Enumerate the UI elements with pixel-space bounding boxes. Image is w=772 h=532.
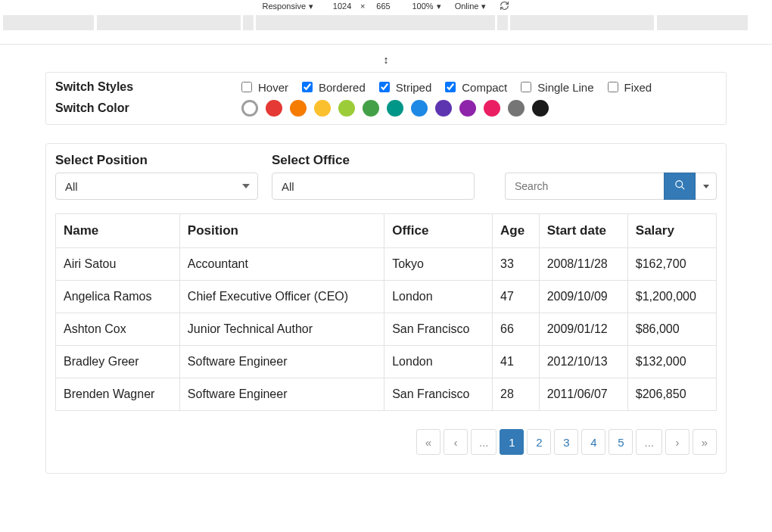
search-group (505, 173, 717, 200)
color-swatch-row (241, 100, 549, 117)
color-swatch[interactable] (532, 100, 549, 117)
chevron-down-icon (242, 184, 250, 188)
search-options-button[interactable] (696, 173, 717, 200)
style-checkbox-single-line[interactable]: Single Line (521, 81, 593, 94)
cell-office: San Francisco (384, 313, 493, 346)
checkbox-input[interactable] (521, 82, 531, 92)
viewport-height[interactable]: 665 (368, 2, 398, 11)
chevron-down-icon: ▾ (309, 2, 313, 11)
cell-office: London (384, 281, 493, 313)
network-throttle-select[interactable]: Online ▾ (455, 2, 487, 11)
page-button[interactable]: › (665, 429, 690, 455)
search-input[interactable] (505, 173, 664, 200)
table-row: Airi SatouAccountantTokyo332008/11/28$16… (56, 248, 717, 281)
styles-panel: Switch Styles HoverBorderedStripedCompac… (45, 72, 727, 125)
cell-position: Accountant (179, 248, 384, 281)
devtools-device-bar: Responsive ▾ 1024 × 665 100% ▾ Online ▾ (0, 0, 772, 11)
style-checkbox-hover[interactable]: Hover (241, 81, 288, 94)
resize-vertical-icon: ↕ (384, 54, 389, 66)
cell-position: Software Engineer (179, 346, 384, 378)
select-position-label: Select Position (55, 153, 258, 168)
checkbox-input[interactable] (379, 82, 390, 92)
select-office-value: All (282, 180, 294, 193)
select-office[interactable]: All (272, 173, 475, 200)
style-checkbox-striped[interactable]: Striped (379, 81, 432, 94)
checkbox-label: Hover (258, 81, 288, 94)
color-swatch[interactable] (508, 100, 525, 117)
page-button[interactable]: 5 (609, 429, 633, 455)
page-button[interactable]: ‹ (444, 429, 468, 455)
data-panel: Select Position All Select Office All (45, 143, 727, 474)
cell-office: London (384, 346, 493, 378)
column-header[interactable]: Salary (627, 214, 716, 248)
switch-color-label: Switch Color (55, 101, 229, 115)
cell-start: 2011/06/07 (539, 378, 627, 411)
cell-age: 47 (493, 281, 540, 313)
search-icon (674, 179, 686, 193)
cell-salary: $132,000 (627, 346, 716, 378)
pagination: «‹...12345...›» (55, 429, 717, 455)
cell-name: Bradley Greer (56, 346, 180, 378)
page-button[interactable]: ... (636, 429, 662, 455)
zoom-select[interactable]: 100% ▾ (412, 2, 440, 11)
select-position[interactable]: All (55, 173, 258, 200)
resize-handle[interactable]: ↕ (0, 45, 772, 72)
network-label: Online (455, 2, 479, 11)
device-mode-select[interactable]: Responsive ▾ (263, 2, 313, 11)
cell-start: 2012/10/13 (539, 346, 627, 378)
checkbox-label: Fixed (624, 81, 652, 94)
checkbox-input[interactable] (608, 82, 618, 92)
page-button[interactable]: » (693, 429, 717, 455)
page-button[interactable]: 2 (527, 429, 551, 455)
chevron-down-icon (703, 185, 709, 188)
viewport-dimensions: 1024 × 665 (327, 2, 398, 11)
style-checkbox-compact[interactable]: Compact (445, 81, 507, 94)
color-swatch[interactable] (290, 100, 307, 117)
cell-position: Software Engineer (179, 378, 384, 411)
cell-start: 2008/11/28 (539, 248, 627, 281)
color-swatch[interactable] (266, 100, 282, 117)
switch-styles-label: Switch Styles (55, 80, 229, 94)
color-swatch[interactable] (241, 100, 258, 117)
checkbox-label: Compact (462, 81, 507, 94)
page-button[interactable]: « (416, 429, 440, 455)
zoom-label: 100% (412, 2, 433, 11)
column-header[interactable]: Name (56, 214, 180, 248)
color-swatch[interactable] (411, 100, 428, 117)
rotate-button[interactable] (500, 1, 509, 12)
page-button[interactable]: 4 (581, 429, 605, 455)
select-position-value: All (65, 180, 78, 193)
viewport-width[interactable]: 1024 (327, 2, 357, 11)
chevron-down-icon: ▾ (437, 2, 441, 11)
dimension-separator: × (360, 2, 365, 11)
color-swatch[interactable] (435, 100, 452, 117)
style-checkbox-bordered[interactable]: Bordered (302, 81, 366, 94)
checkbox-input[interactable] (445, 82, 456, 92)
checkbox-label: Striped (396, 81, 432, 94)
column-header[interactable]: Office (384, 214, 493, 248)
page-button[interactable]: ... (471, 429, 497, 455)
column-header[interactable]: Start date (539, 214, 627, 248)
checkbox-input[interactable] (302, 82, 313, 92)
color-swatch[interactable] (387, 100, 403, 117)
column-header[interactable]: Position (179, 214, 384, 248)
table-row: Ashton CoxJunior Technical AuthorSan Fra… (56, 313, 717, 346)
table-header-row: NamePositionOfficeAgeStart dateSalary (56, 214, 717, 248)
page-button[interactable]: 3 (554, 429, 578, 455)
style-checkbox-fixed[interactable]: Fixed (608, 81, 652, 94)
checkbox-input[interactable] (241, 82, 252, 92)
color-swatch[interactable] (484, 100, 500, 117)
svg-point-0 (675, 181, 682, 188)
page-button[interactable]: 1 (500, 429, 524, 455)
search-button[interactable] (664, 173, 696, 200)
cell-salary: $86,000 (627, 313, 716, 346)
color-swatch[interactable] (338, 100, 355, 117)
color-swatch[interactable] (459, 100, 476, 117)
cell-age: 33 (493, 248, 540, 281)
cell-name: Brenden Wagner (56, 378, 180, 411)
color-swatch[interactable] (363, 100, 379, 117)
rotate-icon (500, 1, 509, 12)
column-header[interactable]: Age (493, 214, 540, 248)
style-checkbox-group: HoverBorderedStripedCompactSingle LineFi… (241, 81, 652, 94)
color-swatch[interactable] (314, 100, 331, 117)
